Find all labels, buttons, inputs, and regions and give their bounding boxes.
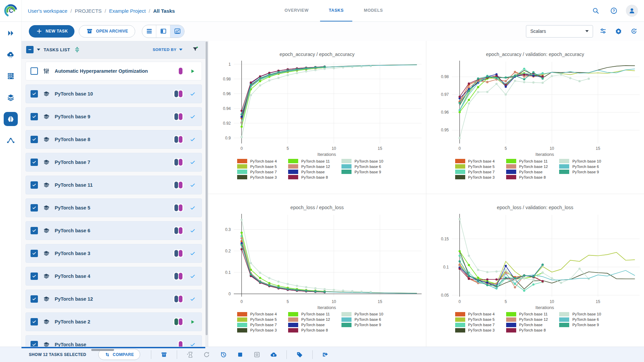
task-row[interactable]: PyTorch base 3 [25, 244, 202, 263]
breadcrumb-item[interactable]: User's workspace [28, 8, 67, 14]
legend-item[interactable]: PyTorch base 11 [288, 159, 330, 163]
chart-plot-area[interactable]: 0.30.20.10051015Iterations [212, 212, 422, 311]
tasks-horizontal-scrollbar[interactable] [91, 349, 114, 351]
task-checkbox[interactable] [31, 295, 38, 303]
chart-plot-area[interactable]: 10.980.960.940.920.9051015Iterations [212, 58, 422, 158]
legend-item[interactable]: PyTorch base 6 [559, 164, 601, 169]
task-row[interactable]: PyTorch base 4 [25, 267, 202, 286]
legend-item[interactable]: PyTorch base 4 [455, 159, 495, 163]
legend-item[interactable]: PyTorch base 12 [288, 164, 330, 169]
view-toggle-split[interactable] [156, 25, 170, 38]
legend-item[interactable]: PyTorch base 10 [559, 312, 601, 316]
sidebar-item-pipelines[interactable] [4, 133, 18, 147]
legend-item[interactable]: PyTorch base 8 [288, 175, 330, 179]
profile-button[interactable] [626, 5, 638, 17]
legend-item[interactable]: PyTorch base 5 [455, 164, 495, 169]
tasks-scrollbar-thumb[interactable] [206, 42, 208, 335]
task-checkbox[interactable] [31, 341, 38, 347]
task-checkbox[interactable] [31, 250, 38, 257]
task-checkbox[interactable] [31, 227, 38, 234]
legend-item[interactable]: PyTorch base 3 [455, 175, 495, 179]
tab-overview[interactable]: OVERVIEW [276, 0, 317, 21]
legend-item[interactable]: PyTorch base 5 [237, 317, 277, 322]
new-task-button[interactable]: NEW TASK [29, 25, 74, 38]
tab-tasks[interactable]: TASKS [320, 0, 352, 21]
breadcrumb-item[interactable]: Example Project [109, 8, 146, 14]
legend-item[interactable]: PyTorch base 5 [455, 317, 495, 322]
legend-item[interactable]: PyTorch base 9 [341, 323, 383, 327]
sidebar-item-applications[interactable] [4, 48, 18, 62]
sidebar-item-expand[interactable] [4, 26, 18, 40]
task-checkbox[interactable] [31, 113, 38, 120]
task-row[interactable]: Automatic Hyperparameter Optimization [25, 62, 202, 80]
sidebar-item-orchestration[interactable] [4, 69, 18, 83]
task-checkbox[interactable] [31, 181, 38, 189]
task-row[interactable]: PyTorch base 10 [25, 84, 202, 103]
legend-item[interactable]: PyTorch base 10 [341, 159, 383, 163]
abort-button[interactable] [233, 349, 247, 360]
legend-item[interactable]: PyTorch base 3 [237, 328, 277, 333]
expand-collapse-icon[interactable] [73, 46, 81, 53]
reset-button[interactable] [217, 349, 230, 360]
task-row[interactable]: PyTorch base 12 [25, 290, 202, 308]
select-all-checkbox[interactable] [26, 46, 34, 53]
task-checkbox[interactable] [31, 67, 38, 75]
task-checkbox[interactable] [31, 90, 38, 98]
legend-item[interactable]: PyTorch base 9 [341, 170, 383, 174]
legend-item[interactable]: PyTorch base 11 [288, 312, 330, 316]
breadcrumb-item[interactable]: PROJECTS [75, 8, 102, 14]
legend-item[interactable]: PyTorch base 8 [506, 328, 548, 333]
legend-item[interactable]: PyTorch base [506, 323, 548, 327]
view-toggle-chart[interactable] [170, 25, 184, 38]
task-row[interactable]: PyTorch base 11 [25, 176, 202, 194]
legend-item[interactable]: PyTorch base 3 [455, 328, 495, 333]
filter-button[interactable] [192, 46, 199, 54]
tags-button[interactable] [293, 349, 306, 360]
tune-button[interactable] [598, 26, 608, 37]
tasks-scrollbar[interactable] [205, 41, 208, 347]
task-checkbox[interactable] [31, 159, 38, 166]
legend-item[interactable]: PyTorch base 7 [237, 323, 277, 327]
legend-item[interactable]: PyTorch base 10 [341, 312, 383, 316]
clearml-logo[interactable]: C [0, 0, 22, 21]
legend-item[interactable]: PyTorch base 4 [237, 312, 277, 316]
select-dropdown-caret[interactable] [37, 49, 40, 51]
task-row[interactable]: PyTorch base 7 [25, 153, 202, 172]
task-checkbox[interactable] [31, 136, 38, 143]
metric-selector[interactable]: Scalars [526, 25, 593, 38]
legend-item[interactable]: PyTorch base 9 [559, 323, 601, 327]
legend-item[interactable]: PyTorch base 11 [506, 312, 548, 316]
task-row[interactable]: PyTorch base 8 [25, 130, 202, 149]
legend-item[interactable]: PyTorch base 7 [455, 323, 495, 327]
task-row[interactable]: PyTorch base 2 [25, 312, 202, 331]
task-row[interactable]: PyTorch base [25, 335, 202, 347]
legend-item[interactable]: PyTorch base 7 [455, 170, 495, 174]
sidebar-item-datasets[interactable] [4, 90, 18, 105]
legend-item[interactable]: PyTorch base 12 [288, 317, 330, 322]
task-checkbox[interactable] [31, 273, 38, 280]
sorted-by-button[interactable]: SORTED BY [153, 48, 182, 52]
task-checkbox[interactable] [31, 204, 38, 212]
settings-button[interactable] [613, 26, 624, 37]
task-row[interactable]: PyTorch base 9 [25, 107, 202, 126]
legend-item[interactable]: PyTorch base 4 [237, 159, 277, 163]
sidebar-item-projects[interactable] [4, 112, 18, 126]
legend-item[interactable]: PyTorch base 11 [506, 159, 548, 163]
legend-item[interactable]: PyTorch base 8 [506, 175, 548, 179]
legend-item[interactable]: PyTorch base [288, 323, 330, 327]
legend-item[interactable]: PyTorch base 6 [341, 164, 383, 169]
legend-item[interactable]: PyTorch base 9 [559, 170, 601, 174]
legend-item[interactable]: PyTorch base 4 [455, 312, 495, 316]
search-button[interactable] [590, 5, 602, 17]
chart-plot-area[interactable]: 0.980.970.960.95051015Iterations [430, 58, 640, 158]
legend-item[interactable]: PyTorch base 3 [237, 175, 277, 179]
chart-plot-area[interactable]: 0.150.10.05051015Iterations [430, 212, 640, 311]
legend-item[interactable]: PyTorch base [288, 170, 330, 174]
move-to-project-button[interactable] [319, 349, 332, 360]
legend-item[interactable]: PyTorch base 12 [506, 317, 548, 322]
legend-item[interactable]: PyTorch base 5 [237, 164, 277, 169]
legend-item[interactable]: PyTorch base 10 [559, 159, 601, 163]
task-row[interactable]: PyTorch base 6 [25, 221, 202, 240]
open-archive-button[interactable]: OPEN ARCHIVE [79, 25, 135, 38]
legend-item[interactable]: PyTorch base 8 [288, 328, 330, 333]
